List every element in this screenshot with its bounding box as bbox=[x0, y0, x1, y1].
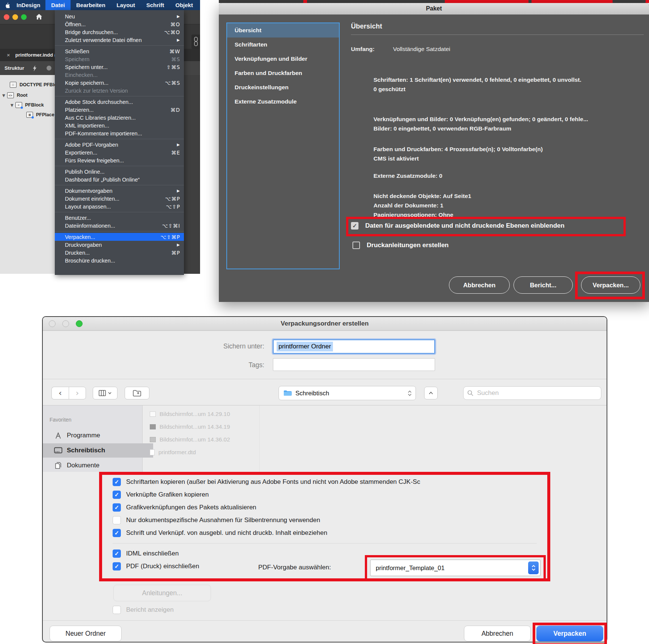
menu-item-exportieren[interactable]: Exportieren...⌘E bbox=[55, 149, 184, 156]
copy-fonts-checkbox[interactable] bbox=[113, 478, 121, 486]
save-as-value: printformer Ordner bbox=[277, 342, 333, 351]
tree-item-pfplace[interactable]: ≣ PFPlace bbox=[26, 112, 54, 118]
tree-item-pfblock[interactable]: ▼ ≡ PFBlock bbox=[11, 102, 44, 108]
file-row[interactable]: Bildschirmfot...um 14.29.10 bbox=[150, 411, 230, 417]
close-window-button[interactable] bbox=[49, 320, 56, 327]
new-folder-toolbar-button[interactable] bbox=[125, 387, 149, 399]
idml-checkbox[interactable] bbox=[113, 549, 121, 558]
menu-item-xml-importieren[interactable]: XML importieren... bbox=[55, 122, 184, 129]
menu-item-bridge[interactable]: Bridge durchsuchen...⌥⌘O bbox=[55, 28, 184, 36]
menubar-item-schrift[interactable]: Schrift bbox=[141, 0, 170, 10]
pdf-preset-select[interactable]: printformer_Template_01 bbox=[370, 560, 541, 576]
menu-item-dokument-einrichten[interactable]: Dokument einrichten...⌥⌘P bbox=[55, 195, 184, 203]
menu-item-pdf-kommentare[interactable]: PDF-Kommentare importieren... bbox=[55, 129, 184, 137]
file-row[interactable]: Bildschirmfot...um 14.36.02 bbox=[150, 436, 230, 443]
pdf-checkbox[interactable] bbox=[113, 562, 121, 570]
option-update-links[interactable]: Grafikverknüpfungen des Pakets aktualisi… bbox=[113, 503, 256, 512]
menu-item-dokumentvorgaben[interactable]: Dokumentvorgaben▶ bbox=[55, 187, 184, 195]
package-button[interactable]: Verpacken bbox=[536, 626, 603, 641]
menu-item-speichern-unter[interactable]: Speichern unter...⇧⌘S bbox=[55, 63, 184, 71]
sidebar-item-schreibtisch[interactable]: Schreibtisch bbox=[43, 443, 153, 458]
tags-input[interactable] bbox=[273, 358, 435, 371]
option-idml[interactable]: IDML einschließen bbox=[113, 549, 179, 558]
menu-item-dateiinformationen[interactable]: Dateiinformationen...⌥⇧⌘I bbox=[55, 222, 184, 230]
paket-cancel-button[interactable]: Abbrechen bbox=[449, 276, 510, 294]
sidebar-item-dokumente[interactable]: Dokumente bbox=[43, 458, 153, 473]
copy-graphics-checkbox[interactable] bbox=[113, 491, 121, 499]
menu-item-dashboard[interactable]: Dashboard für „Publish Online“ bbox=[55, 176, 184, 183]
search-input[interactable] bbox=[476, 389, 597, 397]
menu-item-cc-libraries[interactable]: Aus CC Libraries platzieren... bbox=[55, 114, 184, 122]
menu-item-review[interactable]: Fürs Review freigeben... bbox=[55, 156, 184, 164]
paket-report-button[interactable]: Bericht... bbox=[513, 276, 573, 294]
lightning-icon[interactable] bbox=[33, 65, 37, 71]
menu-item-oeffnen[interactable]: Öffnen...⌘O bbox=[55, 20, 184, 28]
paket-sidebar-uebersicht[interactable]: Übersicht bbox=[227, 23, 339, 38]
menubar-item-objekt[interactable]: Objekt bbox=[170, 0, 199, 10]
menubar-item-bearbeiten[interactable]: Bearbeiten bbox=[71, 0, 111, 10]
paket-sidebar-schriftarten[interactable]: Schriftarten bbox=[227, 38, 339, 52]
update-links-checkbox[interactable] bbox=[113, 503, 121, 512]
zoom-window-button[interactable] bbox=[21, 14, 27, 20]
paket-sidebar-verknuepfungen[interactable]: Verknüpfungen und Bilder bbox=[227, 52, 339, 66]
layers-data-checkbox-row[interactable]: Daten für ausgeblendete und nicht drucke… bbox=[351, 222, 565, 230]
overview-fonts-line1: Schriftarten: 1 Schriftart(en) verwendet… bbox=[373, 75, 581, 84]
new-folder-button[interactable]: Neuer Ordner bbox=[50, 626, 122, 641]
back-button[interactable]: ‹ bbox=[51, 387, 69, 399]
sidebar-item-programme[interactable]: Programme bbox=[43, 428, 153, 443]
view-mode-button[interactable] bbox=[93, 387, 117, 399]
option-copy-graphics[interactable]: Verknüpfte Grafiken kopieren bbox=[113, 491, 209, 499]
close-tab-icon[interactable]: × bbox=[0, 52, 15, 58]
paket-sidebar-zusatzmodule[interactable]: Externe Zusatzmodule bbox=[227, 95, 339, 109]
menu-item-verpacken[interactable]: Verpacken...⌥⇧⌘P bbox=[55, 233, 184, 241]
menu-item-neu[interactable]: Neu▶ bbox=[55, 12, 184, 20]
menubar-item-datei[interactable]: Datei bbox=[45, 0, 71, 10]
hyphenation-checkbox[interactable] bbox=[113, 516, 121, 524]
menu-item-drucken[interactable]: Drucken...⌘P bbox=[55, 249, 184, 257]
apple-logo-icon[interactable] bbox=[0, 2, 14, 8]
close-window-button[interactable] bbox=[4, 14, 9, 20]
image-file-icon bbox=[150, 411, 156, 417]
menu-item-layout-anpassen[interactable]: Layout anpassen...⌥⇧P bbox=[55, 203, 184, 210]
print-instructions-checkbox-row[interactable]: Druckanleitungen erstellen bbox=[352, 242, 449, 249]
menu-item-schliessen[interactable]: Schließen⌘W bbox=[55, 47, 184, 55]
file-row[interactable]: printformer.dtd bbox=[150, 449, 196, 456]
save-as-input[interactable]: printformer Ordner bbox=[273, 339, 435, 354]
menubar-item-layout[interactable]: Layout bbox=[111, 0, 141, 10]
print-instructions-checkbox[interactable] bbox=[352, 242, 360, 249]
menu-item-einchecken: Einchecken... bbox=[55, 71, 184, 79]
paket-sidebar-druckeinstellungen[interactable]: Druckeinstellungen bbox=[227, 80, 339, 95]
menu-item-broschuere[interactable]: Broschüre drucken... bbox=[55, 257, 184, 264]
option-hidden-content[interactable]: Schrift und Verknüpf. von ausgebl. und n… bbox=[113, 529, 327, 537]
option-pdf[interactable]: PDF (Druck) einschließen bbox=[113, 562, 199, 570]
chain-link-icon[interactable] bbox=[191, 35, 200, 49]
hidden-content-checkbox[interactable] bbox=[113, 529, 121, 537]
menu-item-druckvorgaben[interactable]: Druckvorgaben▶ bbox=[55, 241, 184, 249]
tags-label: Tags: bbox=[170, 361, 264, 369]
submenu-arrow-icon: ▶ bbox=[177, 189, 180, 193]
minimize-window-button[interactable] bbox=[62, 320, 69, 327]
menu-item-adobe-stock[interactable]: Adobe Stock durchsuchen... bbox=[55, 98, 184, 106]
menu-item-publish-online[interactable]: Publish Online... bbox=[55, 168, 184, 176]
option-copy-fonts[interactable]: Schriftarten kopieren (außer bei Aktivie… bbox=[113, 478, 420, 486]
location-popup[interactable]: Schreibtisch bbox=[279, 386, 416, 400]
home-icon[interactable] bbox=[35, 13, 43, 22]
cancel-button[interactable]: Abbrechen bbox=[464, 626, 531, 641]
menu-item-pdf-vorgaben[interactable]: Adobe PDF-Vorgaben▶ bbox=[55, 141, 184, 149]
menu-item-kopie-speichern[interactable]: Kopie speichern...⌥⌘S bbox=[55, 79, 184, 87]
file-row[interactable]: Bildschirmfot...um 14.34.19 bbox=[150, 423, 230, 430]
paket-sidebar-farben[interactable]: Farben und Druckfarben bbox=[227, 66, 339, 80]
menu-item-zuletzt[interactable]: Zuletzt verwendete Datei öffnen▶ bbox=[55, 36, 184, 44]
forward-button[interactable]: › bbox=[69, 387, 86, 399]
zoom-window-button[interactable] bbox=[76, 320, 83, 327]
minimize-window-button[interactable] bbox=[12, 14, 18, 20]
collapse-button[interactable] bbox=[424, 387, 438, 399]
paket-package-button[interactable]: Verpacken... bbox=[581, 276, 640, 294]
option-hyphenation[interactable]: Nur dokumentspezifische Ausnahmen für Si… bbox=[113, 516, 320, 524]
tree-item-doctype[interactable]: ∷ DOCTYPE PFBlo bbox=[10, 82, 55, 88]
tree-item-root[interactable]: ▼ <> Root bbox=[2, 92, 27, 98]
menu-item-platzieren[interactable]: Platzieren...⌘D bbox=[55, 106, 184, 114]
search-field[interactable] bbox=[463, 386, 601, 400]
menu-item-benutzer[interactable]: Benutzer... bbox=[55, 214, 184, 222]
layers-data-checkbox[interactable] bbox=[351, 222, 358, 230]
